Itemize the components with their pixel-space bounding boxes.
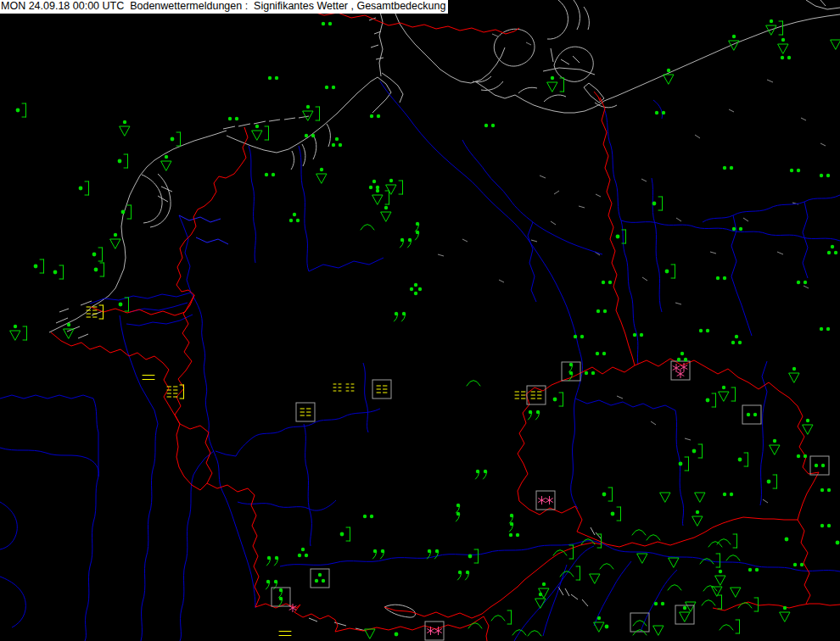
weather-symbol-sdb	[719, 386, 736, 401]
weather-symbol-c2v	[416, 222, 420, 240]
weather-symbol-a	[708, 542, 722, 548]
weather-symbol-db	[616, 230, 626, 243]
weather-symbol-sh	[831, 40, 840, 49]
weather-symbol-sh	[695, 493, 705, 502]
weather-symbol-sh	[731, 588, 741, 597]
weather-symbol-sd	[110, 233, 120, 248]
weather-symbol-db	[171, 132, 181, 146]
weather-symbol-a	[647, 535, 660, 541]
weather-symbol-sdb	[386, 179, 403, 194]
weather-symbol-sd	[692, 510, 703, 526]
rivers	[0, 7, 840, 641]
station-highlight-box	[296, 403, 315, 421]
weather-symbol-d2	[820, 174, 830, 177]
weather-stations	[10, 20, 840, 640]
weather-symbol-sdb	[252, 125, 269, 140]
weather-symbol-sd	[675, 605, 694, 624]
weather-symbol-db	[692, 444, 703, 458]
weather-symbol-d2	[716, 276, 726, 280]
weather-symbol-ab	[491, 610, 512, 624]
weather-symbol-d3	[677, 352, 687, 361]
weather-symbol-d2	[596, 352, 606, 355]
weather-symbol-d2	[363, 515, 373, 518]
coastlines	[49, 0, 840, 631]
weather-symbol-c2v	[510, 514, 514, 532]
weather-symbol-sd	[161, 155, 171, 170]
weather-symbol-sh	[653, 626, 664, 635]
weather-symbol-ab	[702, 595, 722, 609]
weather-symbol-db	[94, 263, 104, 276]
weather-symbol-sd	[780, 606, 790, 621]
weather-symbol-db	[767, 475, 777, 488]
station-highlight-box	[425, 621, 444, 640]
weather-symbol-d2	[797, 281, 807, 284]
weather-symbol-sd	[789, 367, 799, 382]
weather-symbol-d2	[742, 405, 761, 424]
weather-symbol-d1	[605, 625, 609, 629]
weather-symbol-d2	[228, 117, 238, 120]
weather-symbol-f2	[333, 384, 354, 391]
weather-symbol-d2	[265, 173, 275, 176]
weather-symbol-d3	[369, 180, 379, 189]
weather-symbol-c2	[529, 410, 540, 420]
weather-symbol-c2	[373, 549, 385, 559]
weather-symbol-sh	[669, 558, 679, 567]
weather-symbol-d2	[820, 327, 830, 331]
weather-symbol-d2	[781, 56, 791, 59]
weather-symbol-db	[665, 265, 675, 278]
station-highlight-box	[311, 569, 329, 588]
weather-symbol-sh	[590, 574, 600, 583]
weather-symbol-d2	[574, 335, 584, 338]
weather-symbol-sd	[803, 419, 813, 434]
weather-symbol-db	[340, 527, 350, 541]
weather-symbol-d1	[836, 541, 840, 545]
weather-symbol-sdb	[303, 105, 320, 120]
weather-symbol-sh	[637, 554, 647, 563]
map-canvas	[0, 0, 840, 641]
weather-symbol-d2	[325, 86, 335, 89]
weather-symbol-d2	[322, 22, 332, 25]
weather-symbol-a	[361, 225, 374, 231]
weather-symbol-db	[611, 507, 621, 521]
weather-symbol-f	[372, 380, 391, 399]
weather-symbol-d2	[723, 493, 733, 496]
weather-symbol-c2v	[562, 362, 580, 381]
weather-symbol-sd	[594, 616, 604, 632]
station-highlight-box	[372, 380, 391, 399]
weather-symbol-d2	[602, 281, 612, 284]
weather-symbol-sd	[770, 439, 780, 454]
weather-symbol-db	[553, 393, 563, 406]
weather-symbol-d2	[633, 333, 643, 337]
title-bar: MON 24.09.18 00:00 UTC Bodenwettermeldun…	[0, 0, 448, 14]
weather-symbol-s2	[425, 621, 444, 640]
station-highlight-box	[630, 613, 649, 632]
weather-symbol-db	[79, 181, 89, 195]
weather-symbol-ab	[717, 534, 737, 548]
weather-symbol-db	[118, 154, 128, 168]
weather-symbol-sh	[712, 587, 722, 596]
weather-symbol-a	[630, 613, 649, 632]
weather-symbol-db	[706, 393, 716, 407]
weather-symbol-a	[467, 381, 480, 387]
weather-symbol-a	[726, 555, 740, 561]
weather-symbol-c2	[476, 470, 488, 479]
weather-symbol-d3	[827, 245, 837, 254]
weather-symbol-db	[34, 259, 44, 273]
weather-symbol-ab	[720, 620, 740, 633]
weather-symbol-db	[53, 265, 64, 279]
weather-symbol-d2	[596, 309, 607, 313]
weather-symbol-db	[16, 103, 26, 117]
weather-symbol-sh	[660, 493, 670, 502]
weather-symbol-a	[703, 586, 717, 592]
weather-symbol-m	[279, 632, 291, 636]
weather-symbol-f	[296, 403, 315, 421]
weather-symbol-c2	[400, 238, 412, 248]
weather-symbol-d1	[395, 633, 399, 637]
weather-symbol-sd	[316, 168, 327, 183]
weather-symbol-d2	[655, 111, 665, 114]
weather-map-screen: MON 24.09.18 00:00 UTC Bodenwettermeldun…	[0, 0, 840, 641]
weather-symbol-a	[632, 530, 646, 536]
weather-symbol-d2	[797, 454, 807, 458]
weather-symbol-db	[738, 453, 748, 466]
title-text: MON 24.09.18 00:00 UTC Bodenwettermeldun…	[1, 0, 445, 13]
